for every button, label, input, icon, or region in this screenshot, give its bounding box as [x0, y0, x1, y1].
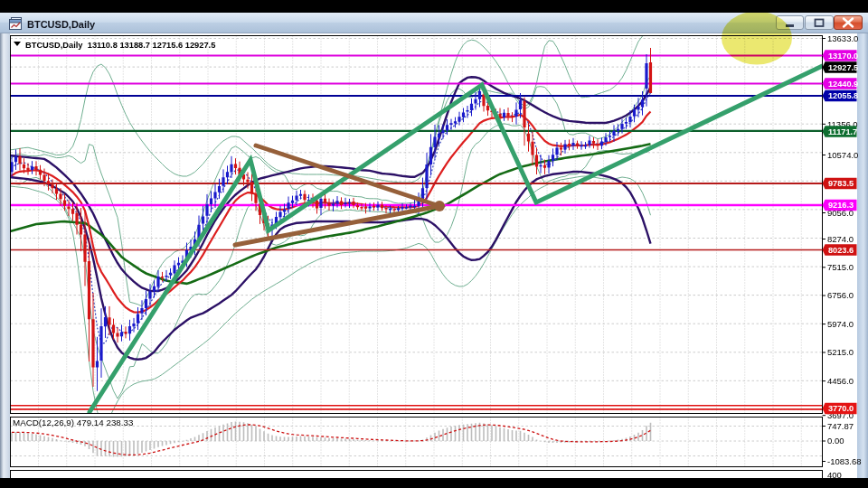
svg-text:BTCUSD,Daily 13110.8 13188.7: BTCUSD,Daily 13110.8 13188.7 12715.6 129…: [25, 41, 215, 50]
svg-text:12440.9: 12440.9: [828, 80, 858, 89]
svg-text:13170.0: 13170.0: [828, 52, 858, 61]
svg-text:9216.3: 9216.3: [828, 201, 854, 210]
svg-text:-1083.68: -1083.68: [827, 456, 862, 466]
svg-text:6756.0: 6756.0: [827, 290, 854, 300]
svg-text:10574.0: 10574.0: [827, 150, 858, 160]
svg-text:0.00: 0.00: [827, 436, 844, 446]
svg-text:7515.0: 7515.0: [827, 262, 854, 272]
svg-text:12927.5: 12927.5: [828, 63, 858, 72]
svg-text:3770.0: 3770.0: [828, 404, 854, 413]
svg-text:9783.5: 9783.5: [828, 179, 854, 188]
svg-text:747.87: 747.87: [827, 421, 854, 431]
svg-text:BTCUSD,Daily: BTCUSD,Daily: [27, 19, 96, 30]
svg-text:8274.0: 8274.0: [827, 234, 854, 244]
svg-text:4456.0: 4456.0: [827, 376, 854, 386]
svg-text:8023.6: 8023.6: [828, 246, 854, 255]
svg-text:13633.0: 13633.0: [827, 33, 858, 43]
svg-text:5974.0: 5974.0: [827, 319, 854, 329]
svg-text:MACD(12,26,9) 479.14 238.33: MACD(12,26,9) 479.14 238.33: [13, 418, 134, 427]
svg-text:5215.0: 5215.0: [827, 347, 854, 357]
svg-text:12055.8: 12055.8: [828, 91, 858, 100]
svg-text:11171.7: 11171.7: [828, 127, 857, 136]
